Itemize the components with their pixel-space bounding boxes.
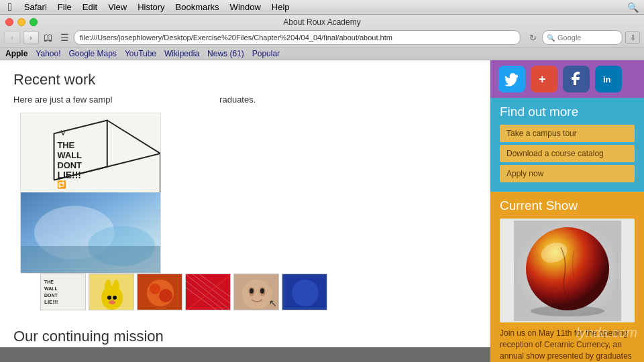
twitter-icon[interactable] xyxy=(498,66,525,93)
url-text: file:///Users/josephlowery/Desktop/Exerc… xyxy=(80,34,515,42)
apple-menu[interactable]:  xyxy=(5,1,19,13)
campus-tour-button[interactable]: Take a campus tour xyxy=(500,125,635,142)
lynda-watermark: lynda.com xyxy=(576,325,637,341)
course-catalog-button[interactable]: Download a course catalog xyxy=(500,145,635,162)
svg-text:DONT: DONT xyxy=(57,160,82,170)
menu-window[interactable]: Window xyxy=(225,2,266,12)
window-controls xyxy=(5,18,38,26)
browser-chrome: About Roux Academy ‹ › 🕮 ☰ file:///Users… xyxy=(0,15,644,60)
svg-text:THE: THE xyxy=(44,280,54,284)
thumb-rabbit-img xyxy=(89,274,134,310)
bookmark-googlemaps[interactable]: Google Maps xyxy=(69,49,117,58)
svg-text:DONT: DONT xyxy=(44,293,58,298)
reload-button[interactable]: ↻ xyxy=(526,31,539,44)
thumb-face[interactable]: ↖ xyxy=(233,274,279,310)
svg-point-40 xyxy=(260,288,264,294)
intro-text: Here are just a few samplles of work cre… xyxy=(13,94,376,106)
svg-text:LIE!!!: LIE!!! xyxy=(44,299,58,305)
svg-point-18 xyxy=(101,286,123,310)
page-inner: Recent work Here are just a few samplles… xyxy=(0,60,389,106)
cube-top: V THE WALL DONT LIE!!! 🔁 xyxy=(21,113,160,193)
close-button[interactable] xyxy=(5,18,13,26)
search-input[interactable] xyxy=(557,34,604,42)
menu-bar:  Safari File Edit View History Bookmark… xyxy=(0,0,644,15)
thumb-graffiti-img: THE WALL DONT LIE!!! xyxy=(41,274,86,310)
bookmark-yahoo[interactable]: Yahoo! xyxy=(36,49,60,58)
svg-point-21 xyxy=(107,296,111,300)
bookmark-icon[interactable]: 🕮 xyxy=(42,31,55,44)
find-more-title: Find out more xyxy=(500,105,635,119)
painting-artwork xyxy=(21,192,161,273)
bookmark-apple[interactable]: Apple xyxy=(5,49,28,58)
svg-text:🔁: 🔁 xyxy=(57,179,66,188)
minimize-button[interactable] xyxy=(17,18,25,26)
search-bar[interactable]: 🔍 xyxy=(542,30,623,45)
thumb-orange[interactable] xyxy=(137,274,182,310)
svg-point-36 xyxy=(242,280,272,309)
gplus-icon[interactable]: + xyxy=(531,66,557,93)
forward-button[interactable]: › xyxy=(23,31,39,44)
thumb-face-img xyxy=(234,274,279,310)
mission-section: Our continuing mission At Roux, our miss… xyxy=(0,328,490,347)
recent-work-title: Recent work xyxy=(13,71,376,88)
graffiti-drawing: V THE WALL DONT LIE!!! 🔁 xyxy=(21,113,160,193)
mission-title: Our continuing mission xyxy=(13,328,476,345)
facebook-icon[interactable] xyxy=(563,66,590,93)
downloads-icon[interactable]: ⇩ xyxy=(625,32,640,44)
svg-text:in: in xyxy=(603,74,611,84)
linkedin-in: in xyxy=(601,72,616,86)
search-icon: 🔍 xyxy=(547,34,555,42)
menu-bookmarks[interactable]: Bookmarks xyxy=(170,2,225,12)
search-icon: 🔍 xyxy=(627,2,639,13)
thumb-orange-img xyxy=(138,274,182,310)
thumb-blue-img xyxy=(282,274,327,310)
thumb-red-pattern[interactable] xyxy=(185,274,231,310)
main-gallery-image[interactable]: V THE WALL DONT LIE!!! 🔁 xyxy=(20,113,161,274)
svg-text:LIE!!!: LIE!!! xyxy=(57,169,80,180)
svg-point-22 xyxy=(113,296,117,300)
svg-rect-11 xyxy=(21,246,161,273)
menu-help[interactable]: Help xyxy=(266,2,295,12)
back-button[interactable]: ‹ xyxy=(4,31,20,44)
svg-point-26 xyxy=(150,284,160,294)
page-area: Recent work Here are just a few samplles… xyxy=(0,60,490,347)
ceramic-sphere-svg xyxy=(514,221,621,321)
svg-point-20 xyxy=(113,280,119,296)
bookmarks-bar: Apple Yahoo! Google Maps YouTube Wikiped… xyxy=(0,47,644,60)
twitter-bird xyxy=(504,72,519,86)
cube-bottom xyxy=(21,193,160,273)
thumb-graffiti[interactable]: THE WALL DONT LIE!!! xyxy=(40,274,86,310)
svg-rect-0 xyxy=(21,113,160,193)
menu-safari[interactable]: Safari xyxy=(19,2,52,12)
svg-text:WALL: WALL xyxy=(57,150,82,160)
svg-point-27 xyxy=(159,289,172,302)
thumbnail-strip: THE WALL DONT LIE!!! xyxy=(40,274,327,310)
url-bar[interactable]: file:///Users/josephlowery/Desktop/Exerc… xyxy=(74,30,521,45)
svg-point-23 xyxy=(109,300,115,304)
facebook-f xyxy=(569,72,584,86)
menu-history[interactable]: History xyxy=(132,2,170,12)
menu-view[interactable]: View xyxy=(103,2,132,12)
reader-icon[interactable]: ☰ xyxy=(58,31,71,44)
nav-bar: ‹ › 🕮 ☰ file:///Users/josephlowery/Deskt… xyxy=(0,28,644,47)
zoom-button[interactable] xyxy=(30,18,38,26)
bookmark-youtube[interactable]: YouTube xyxy=(125,49,156,58)
bookmark-news[interactable]: News (61) xyxy=(207,49,244,58)
apply-now-button[interactable]: Apply now xyxy=(500,165,635,182)
bookmark-popular[interactable]: Popular xyxy=(252,49,280,58)
social-bar: + in xyxy=(490,60,644,98)
thumb-blue[interactable] xyxy=(282,274,327,310)
bookmark-wikipedia[interactable]: Wikipedia xyxy=(164,49,199,58)
gallery-container: V THE WALL DONT LIE!!! 🔁 xyxy=(20,113,490,321)
thumb-rabbit[interactable] xyxy=(89,274,134,310)
current-show-title: Current Show xyxy=(500,198,635,213)
linkedin-icon[interactable]: in xyxy=(595,66,622,93)
svg-text:+: + xyxy=(539,72,546,86)
svg-point-43 xyxy=(292,280,319,306)
gplus-symbol: + xyxy=(537,72,551,86)
svg-text:V: V xyxy=(60,128,66,137)
menu-edit[interactable]: Edit xyxy=(77,2,103,12)
menu-file[interactable]: File xyxy=(52,2,77,12)
main-content: Recent work Here are just a few samplles… xyxy=(0,60,644,347)
find-more-section: Find out more Take a campus tour Downloa… xyxy=(490,98,644,192)
